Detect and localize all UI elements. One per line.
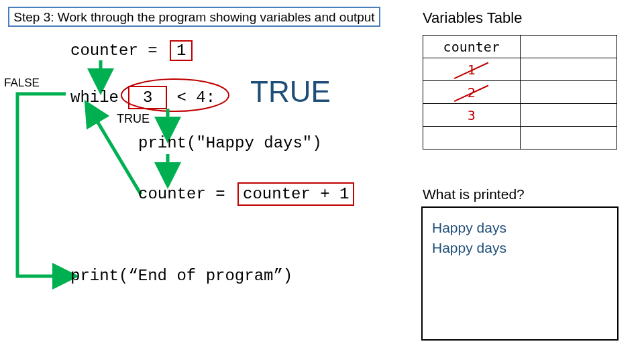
assign-lhs: counter = <box>70 42 158 60</box>
arrow-print-to-incr <box>160 154 176 181</box>
vars-header-empty <box>520 36 617 58</box>
svg-line-2 <box>91 111 141 194</box>
table-row: 1 <box>423 58 617 81</box>
assign-rhs-box: 1 <box>170 40 193 61</box>
printed-question: What is printed? <box>423 186 525 202</box>
variables-table: counter 1 2 3 <box>423 35 617 149</box>
step-banner: Step 3: Work through the program showing… <box>8 7 380 27</box>
vars-header: counter <box>423 36 521 58</box>
print-happy-line: print("Happy days") <box>138 134 322 152</box>
var-cell-empty <box>520 58 617 81</box>
var-cell-empty <box>520 104 617 127</box>
svg-point-1 <box>121 79 229 111</box>
var-cell: 2 <box>423 81 521 104</box>
increment-line: counter = counter + 1 <box>138 182 354 206</box>
table-row <box>423 127 617 149</box>
incr-rhs-box: counter + 1 <box>237 182 354 206</box>
output-line: Happy days <box>432 240 608 256</box>
var-cell <box>423 127 521 149</box>
var-cell-empty <box>520 127 617 149</box>
assign-line: counter = 1 <box>70 40 193 61</box>
end-print-line: print(“End of program”) <box>70 267 292 285</box>
vars-table-title: Variables Table <box>423 9 522 27</box>
arrow-false-path <box>12 90 86 284</box>
output-line: Happy days <box>432 220 608 236</box>
table-row: 3 <box>423 104 617 127</box>
condition-result: TRUE <box>250 75 331 109</box>
var-cell: 3 <box>423 104 521 127</box>
table-row: 2 <box>423 81 617 104</box>
arrow-assign-to-while <box>93 60 109 87</box>
var-cell-empty <box>520 81 617 104</box>
arrow-while-to-print <box>160 109 176 135</box>
table-row: counter <box>423 36 617 58</box>
var-cell: 1 <box>423 58 521 81</box>
output-box: Happy days Happy days <box>421 206 619 341</box>
false-label: FALSE <box>4 76 40 90</box>
incr-lhs: counter = <box>138 185 225 203</box>
